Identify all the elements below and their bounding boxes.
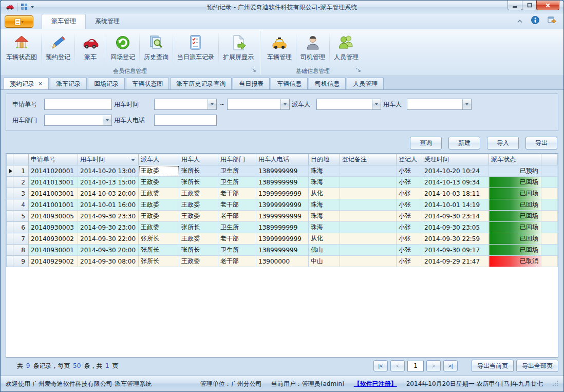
ribbon-button-vehicle-mgmt[interactable]: 车辆管理 xyxy=(264,31,295,66)
last-page-button[interactable]: >| xyxy=(443,360,458,371)
cell-accept_time[interactable]: 2014-09-29 21:47 xyxy=(422,256,489,267)
cell-destination[interactable]: 珠海 xyxy=(309,222,340,233)
cell-status[interactable]: 已回场 xyxy=(489,177,541,188)
column-header-dispatcher[interactable]: 派车人 xyxy=(139,154,179,165)
cell-user_phone[interactable]: 13999999999 xyxy=(256,233,309,245)
cell-user[interactable]: 王政委 xyxy=(179,199,218,211)
cell-accept_time[interactable]: 2014-10-01 14:19 xyxy=(422,199,489,211)
cell-apply_no[interactable]: 20140930002 xyxy=(29,233,78,245)
table-row[interactable]: 2201410130012014-10-13 15:00王政委张所长卫生所138… xyxy=(7,177,558,188)
dialog-launcher-icon[interactable] xyxy=(251,67,256,74)
cell-accept_time[interactable]: 2014-10-20 10:24 xyxy=(422,165,489,177)
cell-remark[interactable] xyxy=(340,211,397,222)
cell-department[interactable]: 老干部 xyxy=(218,199,256,211)
cell-num[interactable]: 9 xyxy=(13,256,29,267)
cell-user_phone[interactable]: 1389999999 xyxy=(256,245,309,256)
import-button[interactable]: 导入 xyxy=(487,137,519,150)
cell-department[interactable]: 老干部 xyxy=(218,188,256,199)
ribbon-button-history-query[interactable]: 历史查询 xyxy=(140,31,172,66)
column-header-accept_time[interactable]: 受理时间 xyxy=(422,154,489,165)
cell-apply_no[interactable]: 20140930005 xyxy=(29,211,78,222)
column-header-apply_no[interactable]: 申请单号 xyxy=(29,154,78,165)
cell-use_time[interactable]: 2014-09-30 22:00 xyxy=(78,233,139,245)
resize-grip-icon[interactable] xyxy=(552,380,558,388)
cell-indicator[interactable] xyxy=(7,222,13,233)
cell-status[interactable]: 已回场 xyxy=(489,199,541,211)
cell-user[interactable]: 张所长 xyxy=(179,245,218,256)
cell-dispatcher[interactable]: 王政委 xyxy=(139,222,179,233)
ribbon-button-dispatch[interactable]: 派车 xyxy=(76,31,105,66)
column-header-status[interactable]: 派车状态 xyxy=(489,154,541,165)
title-bar[interactable]: 预约记录 - 广州爱奇迪软件科技有限公司-派车管理系统 xyxy=(1,1,563,14)
export-button[interactable]: 导出 xyxy=(525,137,557,150)
cell-num[interactable]: 7 xyxy=(13,233,29,245)
column-header-destination[interactable]: 目的地 xyxy=(309,154,340,165)
export-all-pages-button[interactable]: 导出全部页 xyxy=(516,360,558,372)
dropdown-button[interactable] xyxy=(280,99,289,109)
cell-registrant[interactable]: 小张 xyxy=(397,245,422,256)
table-row[interactable]: 9201409290022014-09-30 08:00张所长王政委老干部139… xyxy=(7,256,558,267)
ribbon-tab-system[interactable]: 系统管理 xyxy=(86,14,129,29)
cell-num[interactable]: 4 xyxy=(13,199,29,211)
cell-department[interactable]: 老干部 xyxy=(218,211,256,222)
cell-user[interactable]: 张所长 xyxy=(179,165,218,177)
cell-remark[interactable] xyxy=(340,222,397,233)
cell-department[interactable]: 卫生所 xyxy=(218,177,256,188)
cell-use_time[interactable]: 2014-10-20 13:00 xyxy=(78,165,139,177)
cell-department[interactable]: 卫生所 xyxy=(218,165,256,177)
cell-use_time[interactable]: 2014-09-30 08:00 xyxy=(78,256,139,267)
cell-status[interactable]: 已回场 xyxy=(489,188,541,199)
cell-user_phone[interactable]: 1389999999 xyxy=(256,177,309,188)
cell-remark[interactable] xyxy=(340,245,397,256)
table-row[interactable]: 3201410030012014-10-03 20:00王政委王政委老干部139… xyxy=(7,188,558,199)
cell-destination[interactable]: 从化 xyxy=(309,188,340,199)
table-row[interactable]: 7201409300022014-09-30 22:00张所长王政委老干部139… xyxy=(7,233,558,245)
cell-user[interactable]: 张所长 xyxy=(179,222,218,233)
cell-registrant[interactable]: 小张 xyxy=(397,256,422,267)
table-row[interactable]: 6201409300032014-09-30 23:00王政委张所长卫生所138… xyxy=(7,222,558,233)
column-header-user[interactable]: 用车人 xyxy=(179,154,218,165)
cell-remark[interactable] xyxy=(340,233,397,245)
cell-indicator[interactable] xyxy=(7,188,13,199)
minimize-button[interactable] xyxy=(507,1,522,10)
cell-user_phone[interactable]: 13999999999 xyxy=(256,199,309,211)
license-status-link[interactable]: 【软件已注册】 xyxy=(354,380,397,388)
close-button[interactable] xyxy=(536,1,559,10)
cell-use_time[interactable]: 2014-10-01 16:00 xyxy=(78,199,139,211)
cell-num[interactable]: 5 xyxy=(13,211,29,222)
cell-apply_no[interactable]: 20140929002 xyxy=(29,256,78,267)
cell-user[interactable]: 王政委 xyxy=(179,256,218,267)
cell-accept_time[interactable]: 2014-09-30 23:14 xyxy=(422,211,489,222)
tab-daily-report[interactable]: 当日报表 xyxy=(233,78,270,89)
tab-driver-info[interactable]: 司机信息 xyxy=(309,78,346,89)
cell-apply_no[interactable]: 20141003001 xyxy=(29,188,78,199)
cell-dispatcher[interactable]: 王政委 xyxy=(139,177,179,188)
info-icon[interactable] xyxy=(531,16,539,26)
ribbon-button-reservation[interactable]: 预约登记 xyxy=(42,31,74,66)
cell-remark[interactable] xyxy=(340,188,397,199)
cell-accept_time[interactable]: 2014-10-03 18:11 xyxy=(422,188,489,199)
maximize-button[interactable] xyxy=(522,1,537,10)
cell-indicator[interactable] xyxy=(7,245,13,256)
cell-accept_time[interactable]: 2014-09-30 09:17 xyxy=(422,245,489,256)
cell-registrant[interactable]: 小张 xyxy=(397,211,422,222)
export-current-page-button[interactable]: 导出当前页 xyxy=(472,360,514,372)
cell-dispatcher[interactable]: 王政委 xyxy=(139,199,179,211)
ribbon-button-driver-mgmt[interactable]: 司机管理 xyxy=(297,31,329,66)
cell-remark[interactable] xyxy=(340,165,397,177)
cell-remark[interactable] xyxy=(340,177,397,188)
cell-num[interactable]: 8 xyxy=(13,245,29,256)
ribbon-button-extend-screen[interactable]: 扩展屏显示 xyxy=(219,31,257,66)
cell-num[interactable]: 6 xyxy=(13,222,29,233)
table-row[interactable]: 5201409300052014-09-30 23:30王政委王政委老干部139… xyxy=(7,211,558,222)
user-phone-input[interactable] xyxy=(154,115,217,126)
tab-personnel-mgmt[interactable]: 人员管理 xyxy=(347,78,384,89)
cell-user_phone[interactable]: 13900000 xyxy=(256,256,309,267)
cell-use_time[interactable]: 2014-10-13 15:00 xyxy=(78,177,139,188)
cell-destination[interactable]: 珠海 xyxy=(309,199,340,211)
cell-registrant[interactable]: 小张 xyxy=(397,199,422,211)
cell-accept_time[interactable]: 2014-09-30 22:59 xyxy=(422,233,489,245)
create-button[interactable]: 新建 xyxy=(448,137,480,150)
cell-user_phone[interactable]: 13999999999 xyxy=(256,211,309,222)
column-header-remark[interactable]: 登记备注 xyxy=(340,154,397,165)
